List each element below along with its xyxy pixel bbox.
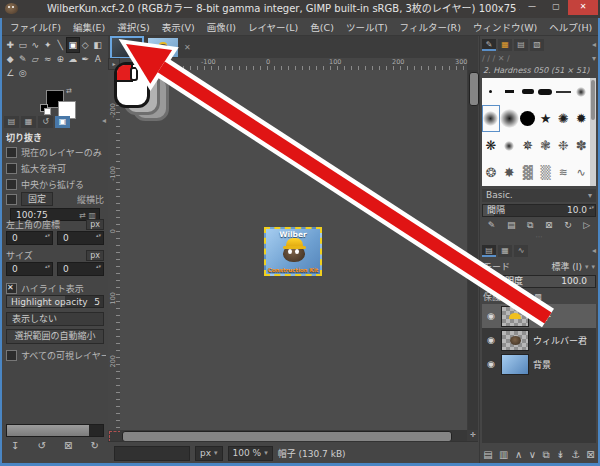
shrink-selection-button[interactable]: 選択範囲の自動縮小 [6,329,104,344]
title-bar[interactable]: WilberKun.xcf-2.0 (RGBカラー 8-bit gamma in… [0,0,600,19]
open-brush-as-image-button[interactable]: ▷ [583,220,590,231]
rectangle-select-tool[interactable]: ▭ [17,38,30,52]
brush-cell-6[interactable] [482,105,500,132]
highlight-opacity-slider[interactable]: Highlight opacity 5 [6,295,104,308]
tool-options-tab[interactable]: ▤ [4,116,19,128]
raise-layer-button[interactable]: ∧ [515,449,522,461]
save-tool-preset-button[interactable]: ↧ [11,440,19,451]
brush-cell-18[interactable]: ❂ [482,159,500,186]
brush-cell-21[interactable]: ▒ [537,159,555,186]
brush-cell-14[interactable]: ✵ [519,132,537,159]
reset-tool-options-button[interactable]: ↻ [91,440,99,451]
brush-cell-2[interactable] [519,78,537,105]
menu-item-7[interactable]: ツール(T) [340,20,394,34]
brush-group-dropdown[interactable]: Basic. ▾ [482,189,596,202]
brush-cell-5[interactable] [572,78,590,105]
clone-tool[interactable]: ⊕ [54,52,67,66]
device-status-tab[interactable]: ▦ [21,116,36,128]
visibility-eye-icon[interactable]: ◉ [485,311,497,321]
menu-item-4[interactable]: 画像(I) [201,20,242,34]
image-tab-wilberkun[interactable] [112,38,142,57]
close-button[interactable]: ✕ [568,0,598,15]
brush-grid-scrollbar[interactable] [590,78,596,186]
checkbox[interactable] [6,179,17,190]
lower-layer-button[interactable]: ∨ [529,449,536,461]
paintbrush-tool[interactable]: ✎ [17,52,30,66]
dock-separator-handle[interactable]: ⋯ [480,234,598,241]
dock-collapse-icon[interactable]: ◂ [592,40,596,49]
layer-opacity-slider[interactable]: 不透明度 100.0 [482,275,596,288]
measure-tool[interactable]: ∠ [4,66,17,80]
fixed-checkbox[interactable] [6,194,17,205]
menu-item-3[interactable]: 表示(V) [156,20,201,34]
brush-cell-22[interactable]: ≋ [554,159,572,186]
aspect-ratio-dropdown[interactable]: 縦横比 [77,193,104,206]
visibility-eye-icon[interactable]: ◉ [485,335,497,345]
position-x-spinner[interactable]: 0▴▾ [6,231,53,245]
navigation-button[interactable]: ✛ [468,430,478,441]
menu-item-6[interactable]: 色(C) [304,20,340,34]
delete-layer-button[interactable]: ⊠ [586,449,594,461]
wilber-image[interactable]: Wilber Construction Kit [264,227,322,276]
layer-row[interactable]: ◉帽子 [482,304,596,328]
image-tab-wilber[interactable] [148,38,178,57]
horizontal-scrollbar[interactable] [120,430,467,441]
delete-tool-preset-button[interactable]: ⊠ [64,440,72,451]
lock-pixels-icon[interactable]: ✎ [509,292,516,301]
brushes-tab[interactable]: ✎ [482,39,496,51]
layers-tab[interactable]: ▤ [482,245,496,257]
size-unit-dropdown[interactable]: px [86,250,104,261]
dock-collapse-icon[interactable]: ◂ [592,246,596,255]
menu-item-8[interactable]: フィルター(R) [394,20,467,34]
move-tool[interactable]: ✚ [4,38,17,52]
minimize-button[interactable]: — [520,0,544,15]
gradients-tab[interactable]: ▤ [514,39,528,51]
highlight-checkbox[interactable] [6,283,17,294]
edit-brush-button[interactable]: ✎ [488,220,496,231]
brush-cell-17[interactable]: ✽ [572,132,590,159]
layer-thumbnail[interactable] [501,354,529,375]
menu-item-2[interactable]: 選択(S) [111,20,155,34]
channels-tab[interactable]: ▦ [498,245,512,257]
brush-cell-23[interactable]: ∿ [572,159,590,186]
brush-cell-7[interactable] [500,105,519,132]
menu-item-9[interactable]: ウィンドウ(W) [467,20,543,34]
brush-cell-16[interactable]: ❉ [554,132,572,159]
undo-history-tab[interactable]: ↺ [38,116,53,128]
duplicate-layer-button[interactable]: ⧉ [543,449,550,461]
bucket-fill-tool[interactable]: ◆ [4,52,17,66]
layer-row[interactable]: ◉背景 [482,352,596,376]
unit-dropdown[interactable]: px ▾ [195,446,223,461]
menu-item-0[interactable]: ファイル(F) [4,20,67,34]
unified-transform-tool[interactable]: ◇ [79,38,92,52]
ink-tool[interactable]: ✒ [79,52,92,66]
menu-item-1[interactable]: 編集(E) [67,20,111,34]
swap-colors-icon[interactable]: ⇄ [66,87,72,95]
refresh-brushes-button[interactable]: ↻ [564,220,572,231]
visibility-eye-icon[interactable]: ◉ [485,359,497,369]
layer-thumbnail[interactable] [501,330,529,351]
text-tool[interactable]: A [92,52,105,66]
position-unit-dropdown[interactable]: px [86,219,104,230]
checkbox[interactable] [6,147,17,158]
brush-cell-8[interactable] [519,105,537,132]
airbrush-tool[interactable]: ≈ [42,52,55,66]
menu-item-5[interactable]: レイヤー(L) [242,20,304,34]
vertical-scrollbar[interactable] [468,70,478,430]
fuzzy-select-tool[interactable]: ✦ [42,38,55,52]
checkbox[interactable] [6,163,17,174]
brush-spacing-slider[interactable]: 間隔 10.0 ▴▾ [482,204,596,217]
new-layer-group-button[interactable]: ▥ [499,449,508,461]
brush-cell-9[interactable]: ★ [537,105,555,132]
brush-cell-15[interactable]: ❃ [537,132,555,159]
merge-down-button[interactable]: ↡ [556,449,564,461]
smudge-tool[interactable]: ☁ [67,52,80,66]
brush-cell-11[interactable]: ✹ [572,105,590,132]
paths-tab[interactable]: ∿ [514,245,528,257]
layer-mode-dropdown[interactable]: 標準 (I) [551,260,582,273]
guides-dropdown[interactable]: 表示しない [6,312,104,326]
dock-collapse-icon[interactable]: ◂ [102,116,106,129]
brush-cell-1[interactable] [500,78,519,105]
brush-cell-4[interactable] [554,78,572,105]
duplicate-brush-button[interactable]: ⧉ [527,220,533,231]
